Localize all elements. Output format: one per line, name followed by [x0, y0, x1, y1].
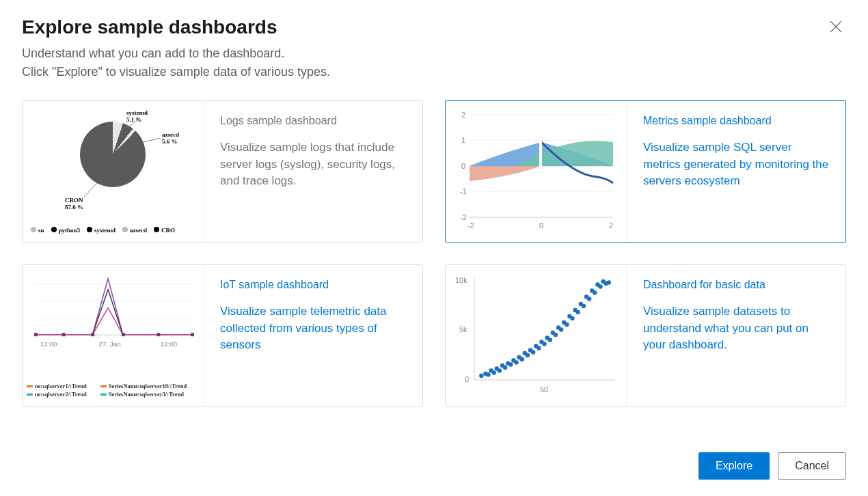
- svg-point-70: [576, 310, 580, 314]
- svg-text:0: 0: [461, 162, 465, 170]
- svg-point-46: [508, 362, 513, 366]
- svg-text:0: 0: [465, 375, 469, 383]
- card-desc: Visualize sample datasets to understand …: [643, 303, 829, 354]
- svg-point-50: [520, 357, 524, 361]
- thumb-basic-scatter: 10k 5k 0 50: [446, 265, 627, 406]
- svg-rect-23: [91, 333, 94, 336]
- svg-text:-2: -2: [467, 221, 474, 230]
- svg-text:0: 0: [539, 221, 543, 230]
- svg-text:2: 2: [461, 111, 465, 119]
- card-desc: Visualize sample SQL server metrics gene…: [643, 139, 829, 190]
- card-title: Dashboard for basic data: [643, 279, 829, 291]
- svg-text:12:00: 12:00: [40, 340, 57, 348]
- thumb-iot-lines: 12:00 27. Jan 12:00 ne:sqlserver1/:Trend…: [23, 265, 204, 406]
- card-title: IoT sample dashboard: [220, 279, 406, 291]
- svg-rect-21: [34, 333, 38, 336]
- cancel-button[interactable]: Cancel: [778, 452, 846, 480]
- svg-point-40: [492, 370, 496, 374]
- svg-text:-2: -2: [460, 213, 467, 221]
- svg-text:10k: 10k: [455, 276, 467, 284]
- svg-text:2: 2: [609, 221, 613, 230]
- svg-point-76: [593, 290, 597, 294]
- svg-point-54: [531, 350, 535, 354]
- dialog-footer: Explore Cancel: [699, 452, 846, 480]
- svg-rect-25: [157, 333, 160, 336]
- svg-point-52: [526, 353, 530, 357]
- svg-point-74: [587, 297, 591, 301]
- svg-rect-26: [191, 333, 194, 336]
- dialog-subtitle: Understand what you can add to the dashb…: [22, 44, 846, 81]
- card-metrics[interactable]: 2 1 0 -1 -2 -2 0 2 Metrics sample dashbo…: [445, 100, 846, 243]
- svg-point-81: [607, 280, 611, 284]
- svg-point-56: [537, 346, 541, 350]
- card-desc: Visualize sample telemetric data collect…: [220, 303, 406, 354]
- svg-point-64: [559, 327, 563, 331]
- close-button[interactable]: [826, 16, 846, 39]
- thumb-logs-pie: systemd5.1 % azsecd5.6 % CRON87.6 % su p…: [23, 101, 204, 242]
- svg-point-36: [479, 374, 483, 378]
- svg-text:27. Jan: 27. Jan: [98, 340, 121, 348]
- svg-text:5k: 5k: [459, 325, 467, 333]
- svg-point-60: [548, 337, 552, 342]
- thumb-metrics-area: 2 1 0 -1 -2 -2 0 2: [446, 101, 627, 242]
- svg-text:-1: -1: [460, 187, 467, 195]
- card-desc: Visualize sample logs that include serve…: [220, 139, 406, 190]
- svg-point-42: [498, 368, 502, 372]
- card-iot[interactable]: 12:00 27. Jan 12:00 ne:sqlserver1/:Trend…: [22, 264, 423, 407]
- svg-point-38: [486, 372, 490, 376]
- card-logs[interactable]: systemd5.1 % azsecd5.6 % CRON87.6 % su p…: [22, 100, 423, 243]
- svg-point-72: [582, 304, 586, 308]
- svg-rect-8: [539, 139, 542, 167]
- svg-text:50: 50: [540, 385, 548, 394]
- card-title: Metrics sample dashboard: [643, 115, 829, 127]
- svg-point-66: [565, 322, 569, 327]
- dialog-title: Explore sample dashboards: [22, 16, 277, 38]
- card-title: Logs sample dashboard: [220, 115, 406, 127]
- svg-point-58: [542, 342, 546, 346]
- card-basic[interactable]: 10k 5k 0 50 Dashboard for basic data Vis…: [445, 264, 846, 407]
- explore-button[interactable]: Explore: [699, 452, 770, 480]
- sample-cards-grid: systemd5.1 % azsecd5.6 % CRON87.6 % su p…: [22, 100, 846, 407]
- svg-rect-24: [122, 333, 125, 336]
- svg-point-62: [554, 333, 558, 337]
- svg-point-44: [503, 366, 507, 370]
- svg-rect-22: [62, 333, 66, 336]
- svg-point-68: [570, 316, 574, 320]
- svg-point-48: [514, 360, 518, 364]
- svg-text:12:00: 12:00: [160, 340, 177, 348]
- close-icon: [830, 25, 842, 35]
- svg-text:1: 1: [461, 136, 465, 144]
- svg-point-78: [598, 284, 602, 288]
